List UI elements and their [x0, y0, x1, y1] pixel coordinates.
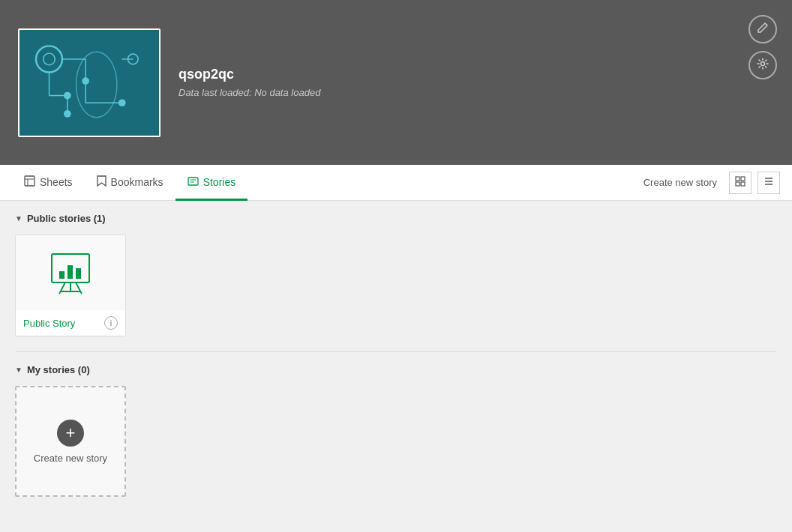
tab-sheets-label: Sheets — [40, 176, 73, 188]
edit-button[interactable] — [748, 15, 777, 43]
list-icon — [764, 176, 774, 189]
create-new-story-card[interactable]: + Create new story — [15, 386, 126, 497]
svg-rect-18 — [25, 176, 34, 186]
app-thumbnail — [18, 28, 160, 137]
public-stories-label: Public stories (1) — [27, 213, 106, 224]
svg-rect-26 — [736, 182, 740, 186]
public-stories-section-header[interactable]: ▼ Public stories (1) — [15, 213, 777, 224]
tabs-bar: Sheets Bookmarks Stories Create new stor… — [0, 165, 792, 201]
svg-rect-25 — [741, 177, 745, 181]
sheets-icon — [24, 175, 35, 189]
gear-icon — [757, 58, 769, 73]
header-actions — [748, 15, 777, 79]
grid-view-button[interactable] — [729, 172, 752, 194]
svg-rect-21 — [188, 178, 198, 185]
my-stories-section-header[interactable]: ▼ My stories (0) — [15, 364, 777, 375]
public-stories-chevron: ▼ — [15, 214, 22, 223]
stories-icon — [188, 175, 199, 189]
app-info: qsop2qc Data last loaded: No data loaded — [178, 67, 320, 98]
story-thumb-public — [16, 235, 125, 310]
info-icon-public[interactable]: i — [104, 316, 118, 330]
settings-button[interactable] — [748, 51, 777, 79]
app-title: qsop2qc — [178, 67, 320, 82]
app-subtitle: Data last loaded: No data loaded — [178, 87, 320, 98]
tab-stories-label: Stories — [203, 176, 236, 188]
content-area: ▼ Public stories (1) — [0, 201, 792, 532]
story-card-public[interactable]: Public Story i — [15, 235, 126, 336]
svg-rect-34 — [59, 271, 64, 279]
tab-bookmarks[interactable]: Bookmarks — [85, 166, 176, 201]
svg-rect-0 — [20, 30, 159, 136]
list-view-button[interactable] — [758, 172, 780, 194]
section-divider — [15, 351, 777, 352]
my-stories-label: My stories (0) — [27, 364, 90, 375]
tabs-right: Create new story — [638, 172, 780, 194]
svg-rect-36 — [76, 268, 81, 279]
create-new-story-button[interactable]: Create new story — [638, 174, 723, 191]
plus-icon: + — [57, 420, 84, 447]
edit-icon — [757, 22, 769, 37]
svg-point-5 — [82, 77, 89, 85]
my-stories-cards: + Create new story — [15, 386, 777, 497]
app-header: qsop2qc Data last loaded: No data loaded — [0, 0, 792, 165]
svg-point-17 — [761, 62, 765, 66]
public-stories-cards: Public Story i — [15, 235, 777, 336]
svg-rect-24 — [736, 177, 740, 181]
svg-rect-27 — [741, 182, 745, 186]
story-card-footer-public: Public Story i — [16, 310, 125, 336]
grid-icon — [735, 176, 746, 189]
svg-point-8 — [118, 99, 126, 106]
tab-sheets[interactable]: Sheets — [12, 166, 85, 201]
svg-point-13 — [64, 109, 71, 117]
tab-bookmarks-label: Bookmarks — [111, 176, 164, 188]
my-stories-chevron: ▼ — [15, 366, 22, 374]
svg-rect-35 — [68, 265, 73, 279]
story-name-public: Public Story — [23, 318, 75, 329]
bookmarks-icon — [97, 175, 106, 189]
create-card-label: Create new story — [34, 453, 107, 464]
tab-stories[interactable]: Stories — [176, 166, 248, 201]
